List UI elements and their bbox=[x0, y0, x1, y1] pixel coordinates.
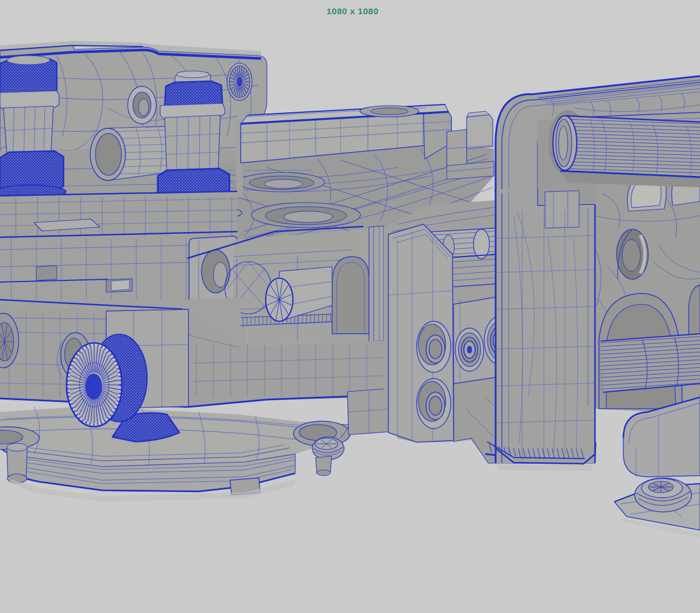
svg-text:1080 x 1080: 1080 x 1080 bbox=[326, 6, 379, 16]
